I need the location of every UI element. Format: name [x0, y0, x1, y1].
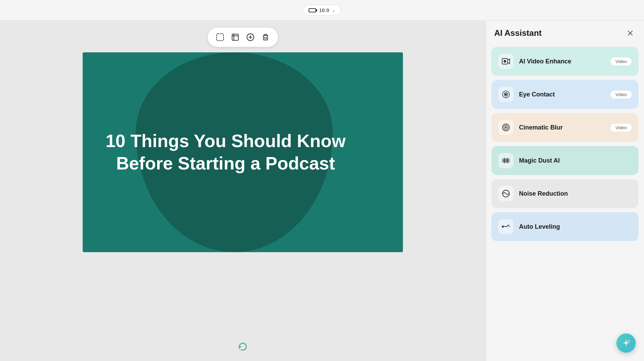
ai-item-cinematic-blur[interactable]: Cinematic Blur Video — [491, 113, 638, 142]
svg-rect-1 — [232, 34, 238, 40]
eye-contact-badge: Video — [611, 91, 632, 99]
svg-point-18 — [504, 125, 508, 130]
svg-point-26 — [502, 226, 503, 227]
video-enhance-label: AI Video Enhance — [519, 58, 605, 65]
magic-fab-button[interactable] — [616, 333, 636, 353]
video-preview: 10 Things You Should KnowBefore Starting… — [83, 52, 403, 252]
main-layout: 10 Things You Should KnowBefore Starting… — [0, 21, 644, 361]
chevron-down-icon: ⌄ — [332, 8, 335, 13]
cinematic-blur-icon — [498, 120, 513, 135]
ai-item-noise-reduction[interactable]: Noise Reduction — [491, 179, 638, 208]
top-bar: 16:9 ⌄ — [0, 0, 644, 21]
eye-contact-icon — [498, 87, 513, 102]
auto-leveling-label: Auto Leveling — [519, 223, 632, 230]
eye-contact-label: Eye Contact — [519, 91, 605, 98]
delete-button[interactable] — [259, 30, 272, 44]
close-button[interactable] — [625, 28, 636, 39]
magic-dust-icon — [498, 153, 513, 168]
canvas-toolbar — [208, 28, 278, 47]
select-button[interactable] — [213, 30, 227, 44]
battery-icon — [309, 8, 316, 12]
video-enhance-badge: Video — [611, 58, 632, 65]
svg-rect-7 — [263, 35, 268, 40]
cinematic-blur-label: Cinematic Blur — [519, 124, 605, 131]
auto-leveling-icon — [498, 219, 513, 234]
refresh-icon[interactable] — [238, 342, 248, 354]
ai-panel-footer — [486, 355, 644, 361]
video-title: 10 Things You Should KnowBefore Starting… — [85, 130, 366, 175]
ai-item-auto-leveling[interactable]: Auto Leveling — [491, 212, 638, 241]
noise-reduction-icon — [498, 186, 513, 201]
svg-rect-0 — [217, 34, 224, 41]
ai-item-video-enhance[interactable]: AI Video Enhance Video — [491, 47, 638, 76]
video-enhance-icon — [498, 54, 513, 69]
aspect-ratio-label: 16:9 — [319, 7, 329, 13]
noise-reduction-label: Noise Reduction — [519, 190, 632, 197]
ai-items-list: AI Video Enhance Video Eye Contact Video — [486, 44, 644, 355]
aspect-ratio-selector[interactable]: 16:9 ⌄ — [303, 5, 340, 16]
ai-panel-header: AI Assistant — [486, 21, 644, 44]
ai-item-magic-dust[interactable]: Magic Dust AI — [491, 146, 638, 175]
svg-point-16 — [505, 94, 507, 95]
ai-assistant-panel: AI Assistant AI Vide — [486, 21, 644, 361]
cinematic-blur-badge: Video — [611, 124, 632, 132]
ai-panel-title: AI Assistant — [494, 28, 542, 38]
svg-point-17 — [502, 124, 509, 131]
ai-item-eye-contact[interactable]: Eye Contact Video — [491, 80, 638, 109]
add-button[interactable] — [243, 30, 257, 44]
crop-button[interactable] — [228, 30, 242, 44]
canvas-area: 10 Things You Should KnowBefore Starting… — [0, 21, 486, 361]
magic-dust-label: Magic Dust AI — [519, 157, 632, 164]
svg-point-19 — [505, 127, 507, 128]
